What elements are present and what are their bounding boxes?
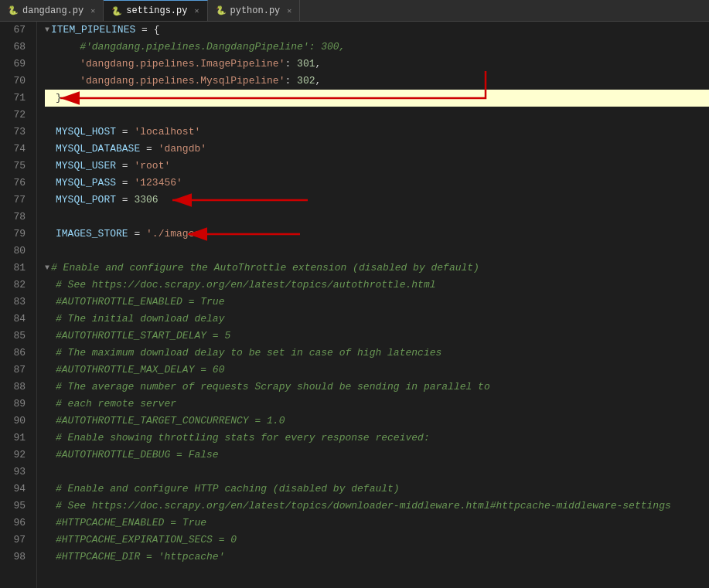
tab-python[interactable]: 🐍 python.py ✕ xyxy=(208,0,301,21)
code-line-80 xyxy=(45,243,709,260)
code-line-88: # The average number of requests Scrapy … xyxy=(45,379,709,396)
code-line-78 xyxy=(45,209,709,226)
code-line-95: # See https://doc.scrapy.org/en/latest/t… xyxy=(45,498,709,515)
line-numbers: 6768697071727374757677787980818283848586… xyxy=(0,22,37,588)
code-line-69: 'dangdang.pipelines.ImagePipeline': 301, xyxy=(45,56,709,73)
code-line-89: # each remote server xyxy=(45,396,709,413)
code-line-98: #HTTPCACHE_DIR = 'httpcache' xyxy=(45,549,709,566)
code-line-91: # Enable showing throttling stats for ev… xyxy=(45,430,709,447)
code-line-86: # The maximum download delay to be set i… xyxy=(45,345,709,362)
code-line-87: #AUTOTHROTTLE_MAX_DELAY = 60 xyxy=(45,362,709,379)
code-line-84: # The initial download delay xyxy=(45,311,709,328)
tab-bar: 🐍 dangdang.py ✕ 🐍 settings.py ✕ 🐍 python… xyxy=(0,0,709,22)
editor-area: 6768697071727374757677787980818283848586… xyxy=(0,22,709,588)
tab-label-settings: settings.py xyxy=(126,5,187,16)
code-line-77: MYSQL_PORT = 3306 xyxy=(45,192,709,209)
tab-label-python: python.py xyxy=(230,5,281,16)
tab-icon-dangdang: 🐍 xyxy=(8,5,19,15)
code-line-72 xyxy=(45,107,709,124)
code-line-71: } xyxy=(45,90,709,107)
tab-label-dangdang: dangdang.py xyxy=(22,5,84,16)
code-line-85: #AUTOTHROTTLE_START_DELAY = 5 xyxy=(45,328,709,345)
code-line-70: 'dangdang.pipelines.MysqlPipeline': 302, xyxy=(45,73,709,90)
code-line-97: #HTTPCACHE_EXPIRATION_SECS = 0 xyxy=(45,532,709,549)
code-line-94: # Enable and configure HTTP caching (dis… xyxy=(45,481,709,498)
code-line-90: #AUTOTHROTTLE_TARGET_CONCURRENCY = 1.0 xyxy=(45,413,709,430)
code-line-68: #'dangdang.pipelines.DangdangPipeline': … xyxy=(45,39,709,56)
code-line-79: IMAGES_STORE = './images' xyxy=(45,226,709,243)
code-line-83: #AUTOTHROTTLE_ENABLED = True xyxy=(45,294,709,311)
code-line-76: MYSQL_PASS = '123456' xyxy=(45,175,709,192)
code-line-67: ▼ITEM_PIPELINES = { xyxy=(45,22,709,39)
code-line-75: MYSQL_USER = 'root' xyxy=(45,158,709,175)
tab-close-python[interactable]: ✕ xyxy=(287,6,291,15)
tab-icon-settings: 🐍 xyxy=(111,6,122,16)
tab-settings[interactable]: 🐍 settings.py ✕ xyxy=(104,0,207,21)
code-content[interactable]: ▼ITEM_PIPELINES = { #'dangdang.pipelines… xyxy=(37,22,709,588)
code-line-96: #HTTPCACHE_ENABLED = True xyxy=(45,515,709,532)
tab-close-settings[interactable]: ✕ xyxy=(194,6,199,15)
tab-dangdang[interactable]: 🐍 dangdang.py ✕ xyxy=(0,0,104,21)
code-line-92: #AUTOTHROTTLE_DEBUG = False xyxy=(45,447,709,464)
tab-icon-python: 🐍 xyxy=(216,5,227,15)
code-line-93 xyxy=(45,464,709,481)
tab-close-dangdang[interactable]: ✕ xyxy=(90,6,95,15)
code-line-81: ▼# Enable and configure the AutoThrottle… xyxy=(45,260,709,277)
code-line-82: # See https://doc.scrapy.org/en/latest/t… xyxy=(45,277,709,294)
code-line-73: MYSQL_HOST = 'localhost' xyxy=(45,124,709,141)
code-line-74: MYSQL_DATABASE = 'dangdb' xyxy=(45,141,709,158)
